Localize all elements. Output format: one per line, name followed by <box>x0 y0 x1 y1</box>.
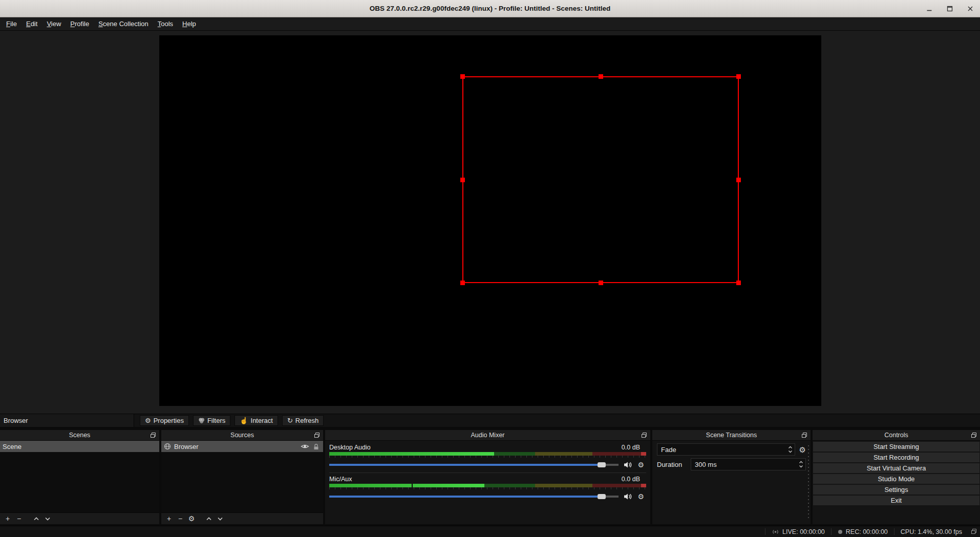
source-list-item[interactable]: Browser <box>161 441 323 452</box>
controls-dock-title: Controls <box>884 432 908 439</box>
slider-handle[interactable] <box>598 462 606 467</box>
controls-dock-header[interactable]: Controls <box>813 430 980 441</box>
source-selection-box[interactable] <box>462 76 739 283</box>
audio-mixer-dock-header[interactable]: Audio Mixer <box>325 430 650 441</box>
close-icon <box>967 6 973 12</box>
duration-spinner[interactable] <box>799 461 803 468</box>
start-recording-button[interactable]: Start Recording <box>813 453 979 462</box>
mixer-channel-mic-aux: Mic/Aux 0.0 dB <box>329 474 646 503</box>
start-virtual-camera-button[interactable]: Start Virtual Camera <box>813 463 979 473</box>
context-source-label: Browser <box>4 417 28 424</box>
source-item-label: Browser <box>174 443 199 450</box>
minimize-button[interactable] <box>926 5 933 12</box>
volume-slider[interactable] <box>329 459 619 471</box>
speaker-icon[interactable] <box>624 461 632 468</box>
start-streaming-button[interactable]: Start Streaming <box>813 442 979 452</box>
popout-icon[interactable] <box>150 432 156 439</box>
window-title: OBS 27.0.0.rc2.r29.g00fdec249 (linux) - … <box>370 5 610 12</box>
eye-visibility-icon[interactable] <box>301 443 309 449</box>
volume-meter-ticks <box>329 487 646 489</box>
speaker-icon[interactable] <box>624 493 632 500</box>
selection-handle-sw[interactable] <box>460 281 465 285</box>
program-canvas[interactable] <box>159 35 821 406</box>
combo-spinner[interactable] <box>788 446 793 453</box>
menu-help[interactable]: Help <box>178 18 201 29</box>
filters-button[interactable]: Filters <box>193 415 230 426</box>
scene-list-item[interactable]: Scene <box>0 441 159 452</box>
context-source-label-area: Browser <box>0 414 134 427</box>
interact-label: Interact <box>251 417 273 424</box>
duration-spinbox[interactable]: 300 ms <box>691 458 806 470</box>
refresh-button[interactable]: ↻ Refresh <box>282 415 324 426</box>
source-toolbar-buttons: ⚙ Properties Filters ☝ Interact ↻ Refres… <box>134 414 324 427</box>
chevron-down-icon <box>799 465 803 468</box>
menu-profile[interactable]: Profile <box>66 18 94 29</box>
preview-area[interactable] <box>0 31 980 414</box>
selection-handle-s[interactable] <box>599 281 603 285</box>
selection-handle-ne[interactable] <box>736 74 741 79</box>
scene-transitions-dock-header[interactable]: Scene Transitions <box>652 430 811 441</box>
slider-handle[interactable] <box>598 494 606 499</box>
channel-gear-icon[interactable]: ⚙ <box>637 461 644 469</box>
interact-hand-icon: ☝ <box>240 417 248 424</box>
exit-button[interactable]: Exit <box>813 496 979 505</box>
move-source-down-button[interactable] <box>215 515 225 522</box>
rec-status: REC: 00:00:00 <box>832 528 894 535</box>
properties-button[interactable]: ⚙ Properties <box>140 415 189 426</box>
scenes-dock-header[interactable]: Scenes <box>0 430 159 441</box>
scene-item-label: Scene <box>3 443 22 450</box>
interact-button[interactable]: ☝ Interact <box>235 415 278 426</box>
slider-fill <box>329 464 602 466</box>
popout-icon[interactable] <box>641 432 647 439</box>
popout-icon[interactable] <box>801 432 807 439</box>
popout-icon[interactable] <box>970 432 977 439</box>
source-properties-gear-icon[interactable]: ⚙ <box>186 515 197 522</box>
selection-handle-n[interactable] <box>599 74 603 79</box>
move-source-up-button[interactable] <box>204 515 214 522</box>
transition-settings-gear-icon[interactable]: ⚙ <box>799 446 806 454</box>
scenes-list[interactable]: Scene <box>0 441 159 512</box>
sources-dock-header[interactable]: Sources <box>161 430 323 441</box>
volume-meter <box>329 452 646 456</box>
transition-select[interactable]: Fade <box>657 443 795 456</box>
lock-icon[interactable] <box>313 443 319 450</box>
minimize-icon <box>926 6 932 12</box>
add-source-button[interactable]: + <box>164 515 174 522</box>
resize-grip-icon[interactable] <box>970 528 977 535</box>
menu-scene-collection[interactable]: Scene Collection <box>94 18 153 29</box>
duration-label: Duration <box>657 461 687 468</box>
channel-volume-db: 0.0 dB <box>622 444 640 451</box>
scene-transitions-dock: Scene Transitions Fade ⚙ Duration <box>652 430 811 524</box>
volume-slider[interactable] <box>329 490 619 503</box>
remove-scene-button[interactable]: − <box>14 515 24 522</box>
audio-mixer-dock: Audio Mixer Desktop Audio 0.0 dB <box>325 430 650 524</box>
move-scene-up-button[interactable] <box>31 515 41 522</box>
maximize-button[interactable] <box>946 5 953 12</box>
menu-file[interactable]: File <box>2 18 22 29</box>
sources-list[interactable]: Browser <box>161 441 323 512</box>
menu-tools[interactable]: Tools <box>153 18 178 29</box>
audio-mixer-body: Desktop Audio 0.0 dB <box>325 441 650 524</box>
transition-select-value: Fade <box>661 446 676 454</box>
sources-dock-title: Sources <box>230 432 254 439</box>
move-scene-down-button[interactable] <box>42 515 53 522</box>
popout-icon[interactable] <box>313 432 320 439</box>
volume-meter-level <box>329 452 494 456</box>
settings-button[interactable]: Settings <box>813 485 979 495</box>
selection-handle-nw[interactable] <box>460 74 465 79</box>
selection-handle-w[interactable] <box>460 178 465 182</box>
chevron-down-icon <box>45 517 51 521</box>
scenes-dock: Scenes Scene + − <box>0 430 159 524</box>
filters-icon <box>198 417 205 424</box>
selection-handle-e[interactable] <box>736 178 741 182</box>
remove-source-button[interactable]: − <box>175 515 185 522</box>
channel-gear-icon[interactable]: ⚙ <box>637 492 644 501</box>
close-button[interactable] <box>967 5 974 12</box>
refresh-label: Refresh <box>295 417 319 424</box>
selection-handle-se[interactable] <box>736 281 741 285</box>
controls-body: Start Streaming Start Recording Start Vi… <box>813 441 980 524</box>
studio-mode-button[interactable]: Studio Mode <box>813 474 979 484</box>
add-scene-button[interactable]: + <box>3 515 13 522</box>
menu-view[interactable]: View <box>42 18 66 29</box>
menu-edit[interactable]: Edit <box>22 18 42 29</box>
